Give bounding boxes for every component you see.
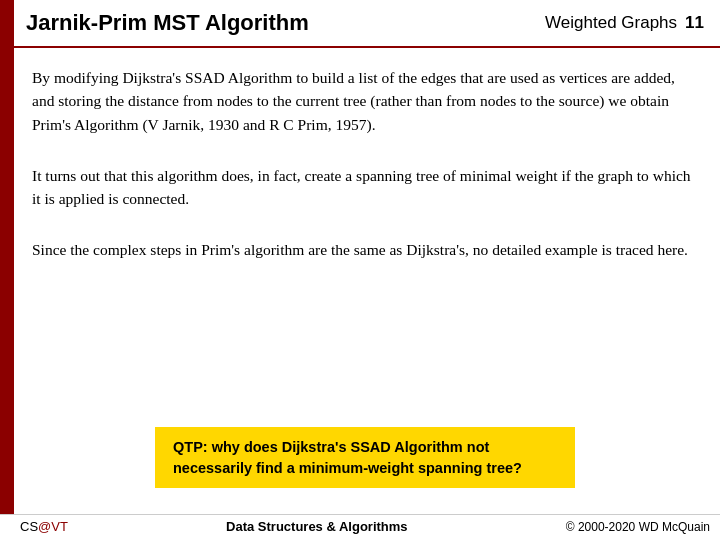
footer-left: CS@VT <box>20 519 68 534</box>
inner-content: By modifying Dijkstra's SSAD Algorithm t… <box>14 48 720 514</box>
header-title-area: Jarnik-Prim MST Algorithm <box>14 0 529 46</box>
topic-label: Weighted Graphs <box>545 13 677 33</box>
spacer-2 <box>32 210 698 238</box>
qtp-label: QTP: <box>173 439 208 455</box>
bottom-section: QTP: why does Dijkstra's SSAD Algorithm … <box>32 427 698 506</box>
header-accent-bar <box>0 0 14 46</box>
slide: Jarnik-Prim MST Algorithm Weighted Graph… <box>0 0 720 540</box>
qtp-box: QTP: why does Dijkstra's SSAD Algorithm … <box>155 427 575 488</box>
content-wrapper: By modifying Dijkstra's SSAD Algorithm t… <box>0 48 720 514</box>
footer-vt: VT <box>51 519 68 534</box>
header: Jarnik-Prim MST Algorithm Weighted Graph… <box>0 0 720 48</box>
paragraph-3: Since the complex steps in Prim's algori… <box>32 238 698 261</box>
qtp-text: why does Dijkstra's SSAD Algorithm not n… <box>173 439 522 475</box>
spacer-1 <box>32 136 698 164</box>
page-number: 11 <box>685 13 704 33</box>
footer-center: Data Structures & Algorithms <box>226 519 408 534</box>
header-right: Weighted Graphs 11 <box>529 0 720 46</box>
footer-cs: CS <box>20 519 38 534</box>
footer: CS@VT Data Structures & Algorithms © 200… <box>0 514 720 540</box>
slide-title: Jarnik-Prim MST Algorithm <box>26 10 309 36</box>
paragraph-2: It turns out that this algorithm does, i… <box>32 164 698 211</box>
footer-at: @ <box>38 519 51 534</box>
footer-right: © 2000-2020 WD McQuain <box>566 520 710 534</box>
paragraph-1: By modifying Dijkstra's SSAD Algorithm t… <box>32 66 698 136</box>
